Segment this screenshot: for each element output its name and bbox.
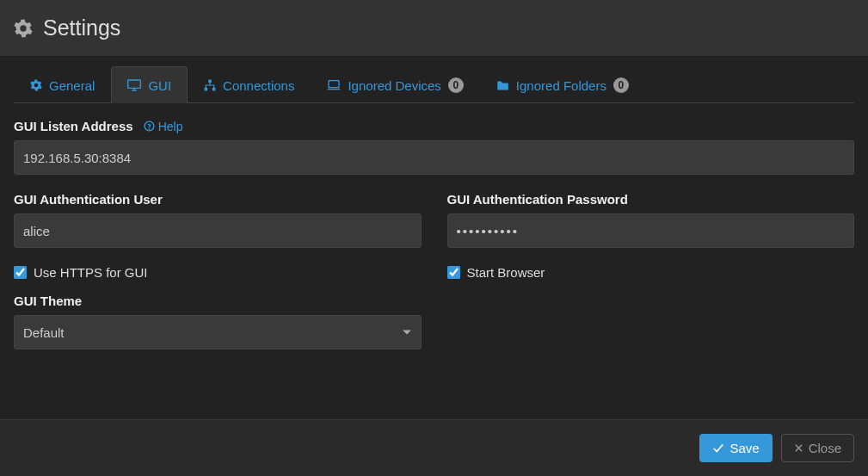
tab-label: Connections [223, 78, 294, 93]
tab-label: General [49, 78, 95, 93]
gui-theme-select[interactable]: Default [14, 315, 422, 349]
gear-icon [14, 19, 33, 38]
save-button[interactable]: Save [699, 434, 772, 462]
sitemap-icon [204, 79, 216, 91]
svg-rect-3 [212, 88, 216, 91]
tab-label: GUI [148, 78, 171, 93]
help-label: Help [158, 120, 183, 133]
svg-rect-4 [329, 81, 339, 88]
close-icon [794, 443, 803, 453]
folder-icon [496, 80, 509, 91]
use-https-label: Use HTTPS for GUI [34, 265, 148, 280]
field-listen-address: GUI Listen Address Help [14, 119, 854, 175]
svg-point-6 [149, 128, 150, 129]
dialog-title: Settings [43, 15, 120, 40]
auth-user-label: GUI Authentication User [14, 192, 163, 207]
auth-password-label: GUI Authentication Password [447, 192, 628, 207]
use-https-checkbox[interactable] [14, 266, 27, 279]
close-button[interactable]: Close [781, 434, 854, 462]
tab-connections[interactable]: Connections [188, 66, 311, 103]
check-icon [712, 443, 724, 454]
svg-rect-0 [128, 80, 141, 88]
tab-ignored-folders[interactable]: Ignored Folders 0 [480, 66, 645, 103]
tab-general[interactable]: General [14, 66, 111, 103]
laptop-icon [327, 79, 341, 91]
tab-gui[interactable]: GUI [111, 66, 188, 103]
auth-user-input[interactable] [14, 213, 422, 248]
auth-password-input[interactable] [447, 213, 855, 248]
field-auth-password: GUI Authentication Password [447, 192, 855, 248]
listen-address-label: GUI Listen Address [14, 119, 133, 133]
dialog-footer: Save Close [0, 419, 868, 476]
form-gui: GUI Listen Address Help GUI Authenticati… [14, 103, 854, 349]
field-use-https: Use HTTPS for GUI [14, 262, 422, 280]
tab-bar: General GUI Connections Ignored Devices [14, 66, 854, 103]
start-browser-label: Start Browser [467, 265, 545, 280]
help-link[interactable]: Help [144, 120, 183, 133]
dialog-header: Settings [0, 0, 868, 56]
gear-icon [30, 79, 42, 91]
settings-dialog: Settings General GUI Connections [0, 0, 868, 476]
tab-ignored-devices[interactable]: Ignored Devices 0 [311, 66, 479, 103]
listen-address-input[interactable] [14, 140, 854, 175]
field-gui-theme: GUI Theme Default [14, 294, 422, 349]
dialog-body: General GUI Connections Ignored Devices [0, 56, 868, 419]
svg-rect-1 [208, 80, 212, 83]
save-label: Save [729, 441, 759, 455]
start-browser-checkbox[interactable] [447, 266, 460, 279]
field-auth-user: GUI Authentication User [14, 192, 422, 248]
gui-theme-label: GUI Theme [14, 294, 82, 308]
question-circle-icon [144, 121, 155, 132]
field-start-browser: Start Browser [447, 262, 855, 280]
count-badge: 0 [613, 77, 629, 93]
desktop-icon [127, 79, 141, 91]
tab-label: Ignored Folders [516, 78, 606, 93]
svg-rect-2 [205, 88, 208, 91]
count-badge: 0 [448, 77, 464, 93]
tab-label: Ignored Devices [348, 78, 440, 93]
close-label: Close [809, 441, 841, 455]
